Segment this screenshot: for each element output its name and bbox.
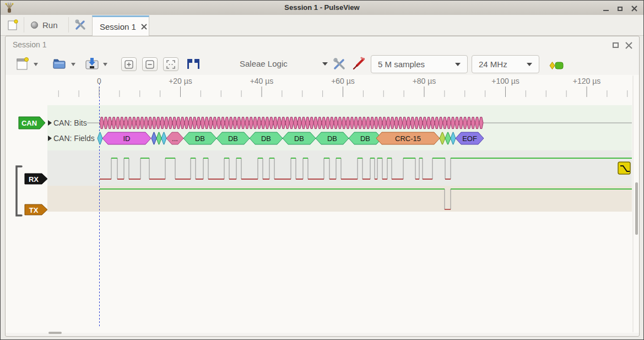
- session-close-icon: [625, 42, 632, 49]
- zoom-in-icon: [124, 60, 134, 69]
- open-file-button[interactable]: [52, 57, 67, 71]
- probe-icon: [351, 57, 366, 71]
- tools-icon: [74, 19, 86, 31]
- new-file-dropdown-arrow[interactable]: [34, 63, 38, 66]
- sample-rate-select[interactable]: 24 MHz: [472, 55, 539, 73]
- window-controls: [602, 1, 638, 15]
- zoom-out-icon: [145, 60, 155, 69]
- new-session-button[interactable]: [5, 17, 20, 33]
- run-label: Run: [42, 20, 58, 30]
- capture-state-glyph: [549, 61, 564, 70]
- capture-state-icon: [549, 58, 564, 73]
- device-config-button[interactable]: [332, 57, 347, 71]
- sample-count-select[interactable]: 5 M samples: [371, 55, 468, 73]
- session-close-button[interactable]: [624, 41, 634, 50]
- maximize-icon: [618, 7, 623, 11]
- tab-close-icon[interactable]: [141, 24, 147, 30]
- device-select-arrow: [322, 62, 328, 66]
- device-select[interactable]: Saleae Logic: [240, 59, 328, 68]
- titlebar[interactable]: Session 1 - PulseView: [1, 1, 643, 15]
- tab-session-1[interactable]: Session 1: [92, 15, 149, 36]
- session-float-button[interactable]: [610, 41, 620, 50]
- settings-button[interactable]: [73, 17, 88, 33]
- toolbar-separator: [68, 17, 69, 33]
- run-button[interactable]: Run: [31, 17, 58, 33]
- save-dropdown-arrow[interactable]: [103, 63, 107, 66]
- vertical-scrollbar-thumb[interactable]: [635, 182, 638, 235]
- open-folder-icon: [52, 57, 67, 71]
- zoom-out-button[interactable]: [142, 57, 158, 71]
- save-button[interactable]: [85, 57, 99, 71]
- window-title: Session 1 - PulseView: [1, 3, 643, 12]
- zoom-in-button[interactable]: [121, 57, 137, 71]
- tab-label: Session 1: [100, 22, 136, 31]
- decoder-probes-icon: [186, 58, 201, 70]
- new-session-icon: [7, 19, 18, 31]
- zoom-fit-icon: [166, 60, 176, 69]
- float-icon: [613, 42, 619, 48]
- sample-rate-value: 24 MHz: [479, 60, 507, 69]
- sample-rate-arrow: [527, 63, 532, 66]
- sample-count-arrow: [455, 63, 461, 66]
- minimize-icon: [603, 10, 609, 11]
- new-file-button[interactable]: [15, 57, 30, 71]
- sample-count-value: 5 M samples: [378, 60, 425, 69]
- close-button[interactable]: [631, 4, 638, 12]
- new-file-icon: [15, 57, 30, 71]
- device-label: Saleae Logic: [240, 59, 288, 68]
- toolbar-separator: [24, 17, 24, 33]
- tools-icon: [333, 57, 346, 71]
- maximize-button[interactable]: [616, 4, 624, 12]
- add-decoder-button[interactable]: [186, 57, 201, 71]
- session-panel: [5, 36, 640, 337]
- run-led-icon: [31, 21, 38, 29]
- open-dropdown-arrow[interactable]: [71, 63, 75, 66]
- minimize-button[interactable]: [602, 4, 609, 12]
- channels-button[interactable]: [351, 57, 366, 71]
- pulseview-window: Session 1 - PulseView Run: [0, 0, 644, 340]
- session-title: Session 1: [13, 40, 46, 49]
- save-icon: [85, 57, 99, 71]
- close-icon: [631, 6, 637, 12]
- main-toolbar: Run Session 1: [1, 15, 643, 36]
- zoom-fit-button[interactable]: [163, 57, 178, 71]
- horizontal-scrollbar-thumb[interactable]: [48, 332, 62, 334]
